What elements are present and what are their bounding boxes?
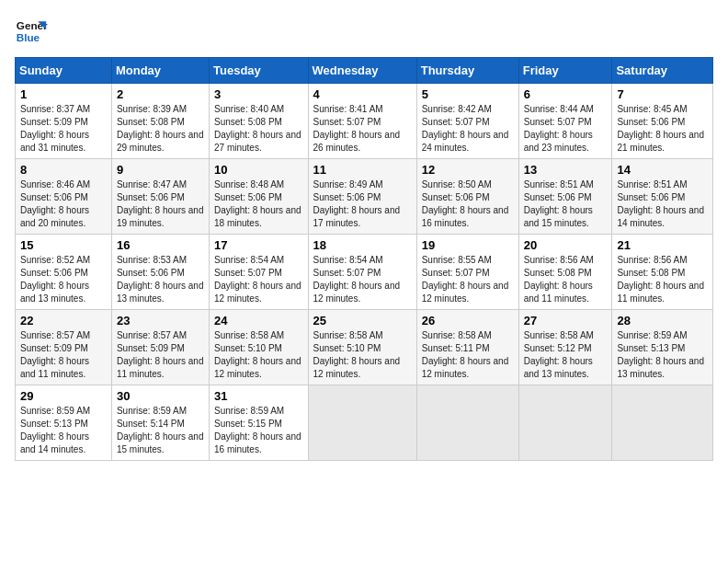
svg-text:Blue: Blue (17, 31, 40, 43)
day-info: Sunrise: 8:44 AMSunset: 5:07 PMDaylight:… (524, 103, 608, 155)
calendar-week-4: 22Sunrise: 8:57 AMSunset: 5:09 PMDayligh… (16, 310, 713, 385)
logo: General Blue (15, 15, 48, 48)
day-number: 20 (524, 238, 608, 252)
page-header: General Blue (15, 15, 713, 48)
day-info: Sunrise: 8:58 AMSunset: 5:10 PMDaylight:… (214, 329, 302, 381)
calendar-cell: 31Sunrise: 8:59 AMSunset: 5:15 PMDayligh… (210, 385, 308, 461)
calendar-cell: 15Sunrise: 8:52 AMSunset: 5:06 PMDayligh… (16, 235, 112, 310)
day-info: Sunrise: 8:40 AMSunset: 5:08 PMDaylight:… (214, 103, 302, 155)
day-number: 1 (20, 87, 107, 101)
calendar-cell: 12Sunrise: 8:50 AMSunset: 5:06 PMDayligh… (416, 159, 518, 235)
calendar-cell (612, 385, 713, 461)
day-info: Sunrise: 8:42 AMSunset: 5:07 PMDaylight:… (422, 103, 514, 155)
day-info: Sunrise: 8:53 AMSunset: 5:06 PMDaylight:… (117, 254, 204, 305)
day-info: Sunrise: 8:47 AMSunset: 5:06 PMDaylight:… (117, 178, 204, 230)
calendar-cell: 2Sunrise: 8:39 AMSunset: 5:08 PMDaylight… (111, 84, 209, 159)
calendar-cell: 10Sunrise: 8:48 AMSunset: 5:06 PMDayligh… (210, 159, 308, 235)
day-number: 29 (20, 389, 107, 403)
day-number: 2 (117, 87, 204, 101)
day-number: 21 (617, 238, 708, 252)
day-info: Sunrise: 8:56 AMSunset: 5:08 PMDaylight:… (524, 254, 608, 305)
day-info: Sunrise: 8:59 AMSunset: 5:14 PMDaylight:… (117, 405, 204, 456)
calendar-cell: 19Sunrise: 8:55 AMSunset: 5:07 PMDayligh… (416, 235, 518, 310)
day-number: 11 (313, 163, 412, 177)
weekday-header-row: SundayMondayTuesdayWednesdayThursdayFrid… (16, 58, 713, 84)
day-info: Sunrise: 8:57 AMSunset: 5:09 PMDaylight:… (117, 329, 204, 381)
day-number: 24 (214, 314, 302, 327)
day-number: 18 (313, 238, 412, 252)
day-number: 8 (20, 163, 107, 177)
day-info: Sunrise: 8:37 AMSunset: 5:09 PMDaylight:… (20, 103, 107, 155)
day-info: Sunrise: 8:51 AMSunset: 5:06 PMDaylight:… (617, 178, 708, 230)
weekday-header-friday: Friday (518, 58, 612, 84)
day-info: Sunrise: 8:58 AMSunset: 5:10 PMDaylight:… (313, 329, 412, 381)
calendar-cell: 20Sunrise: 8:56 AMSunset: 5:08 PMDayligh… (518, 235, 612, 310)
day-info: Sunrise: 8:58 AMSunset: 5:11 PMDaylight:… (422, 329, 514, 381)
calendar-cell: 5Sunrise: 8:42 AMSunset: 5:07 PMDaylight… (416, 84, 518, 159)
weekday-header-saturday: Saturday (612, 58, 713, 84)
weekday-header-thursday: Thursday (416, 58, 518, 84)
day-number: 10 (214, 163, 302, 177)
calendar-cell: 21Sunrise: 8:56 AMSunset: 5:08 PMDayligh… (612, 235, 713, 310)
day-number: 19 (422, 238, 514, 252)
calendar-cell: 22Sunrise: 8:57 AMSunset: 5:09 PMDayligh… (16, 310, 112, 385)
day-number: 3 (214, 87, 302, 101)
day-number: 5 (422, 87, 514, 101)
calendar-week-5: 29Sunrise: 8:59 AMSunset: 5:13 PMDayligh… (16, 385, 713, 461)
day-info: Sunrise: 8:45 AMSunset: 5:06 PMDaylight:… (617, 103, 708, 155)
weekday-header-wednesday: Wednesday (308, 58, 416, 84)
weekday-header-sunday: Sunday (16, 58, 112, 84)
day-info: Sunrise: 8:50 AMSunset: 5:06 PMDaylight:… (422, 178, 514, 230)
day-number: 26 (422, 314, 514, 327)
day-number: 16 (117, 238, 204, 252)
calendar-cell: 23Sunrise: 8:57 AMSunset: 5:09 PMDayligh… (111, 310, 209, 385)
day-number: 25 (313, 314, 412, 327)
calendar-cell: 13Sunrise: 8:51 AMSunset: 5:06 PMDayligh… (518, 159, 612, 235)
calendar-cell: 24Sunrise: 8:58 AMSunset: 5:10 PMDayligh… (210, 310, 308, 385)
day-number: 4 (313, 87, 412, 101)
calendar-table: SundayMondayTuesdayWednesdayThursdayFrid… (15, 57, 713, 461)
calendar-cell: 17Sunrise: 8:54 AMSunset: 5:07 PMDayligh… (210, 235, 308, 310)
weekday-header-tuesday: Tuesday (210, 58, 308, 84)
day-number: 9 (117, 163, 204, 177)
day-info: Sunrise: 8:59 AMSunset: 5:13 PMDaylight:… (20, 405, 107, 456)
day-info: Sunrise: 8:52 AMSunset: 5:06 PMDaylight:… (20, 254, 107, 305)
day-number: 7 (617, 87, 708, 101)
calendar-week-3: 15Sunrise: 8:52 AMSunset: 5:06 PMDayligh… (16, 235, 713, 310)
day-number: 31 (214, 389, 302, 403)
day-info: Sunrise: 8:54 AMSunset: 5:07 PMDaylight:… (214, 254, 302, 305)
calendar-cell: 1Sunrise: 8:37 AMSunset: 5:09 PMDaylight… (16, 84, 112, 159)
day-number: 23 (117, 314, 204, 327)
calendar-cell: 4Sunrise: 8:41 AMSunset: 5:07 PMDaylight… (308, 84, 416, 159)
weekday-header-monday: Monday (111, 58, 209, 84)
day-number: 14 (617, 163, 708, 177)
calendar-cell (518, 385, 612, 461)
day-info: Sunrise: 8:49 AMSunset: 5:06 PMDaylight:… (313, 178, 412, 230)
calendar-cell: 26Sunrise: 8:58 AMSunset: 5:11 PMDayligh… (416, 310, 518, 385)
calendar-week-2: 8Sunrise: 8:46 AMSunset: 5:06 PMDaylight… (16, 159, 713, 235)
day-number: 13 (524, 163, 608, 177)
calendar-cell (308, 385, 416, 461)
calendar-cell: 11Sunrise: 8:49 AMSunset: 5:06 PMDayligh… (308, 159, 416, 235)
calendar-cell: 8Sunrise: 8:46 AMSunset: 5:06 PMDaylight… (16, 159, 112, 235)
calendar-cell: 3Sunrise: 8:40 AMSunset: 5:08 PMDaylight… (210, 84, 308, 159)
calendar-week-1: 1Sunrise: 8:37 AMSunset: 5:09 PMDaylight… (16, 84, 713, 159)
day-number: 17 (214, 238, 302, 252)
day-number: 12 (422, 163, 514, 177)
day-info: Sunrise: 8:59 AMSunset: 5:15 PMDaylight:… (214, 405, 302, 456)
logo-icon: General Blue (15, 15, 48, 48)
day-info: Sunrise: 8:57 AMSunset: 5:09 PMDaylight:… (20, 329, 107, 381)
calendar-cell: 28Sunrise: 8:59 AMSunset: 5:13 PMDayligh… (612, 310, 713, 385)
day-info: Sunrise: 8:46 AMSunset: 5:06 PMDaylight:… (20, 178, 107, 230)
calendar-cell: 25Sunrise: 8:58 AMSunset: 5:10 PMDayligh… (308, 310, 416, 385)
day-info: Sunrise: 8:55 AMSunset: 5:07 PMDaylight:… (422, 254, 514, 305)
calendar-cell: 7Sunrise: 8:45 AMSunset: 5:06 PMDaylight… (612, 84, 713, 159)
day-info: Sunrise: 8:39 AMSunset: 5:08 PMDaylight:… (117, 103, 204, 155)
calendar-cell: 18Sunrise: 8:54 AMSunset: 5:07 PMDayligh… (308, 235, 416, 310)
calendar-cell: 16Sunrise: 8:53 AMSunset: 5:06 PMDayligh… (111, 235, 209, 310)
calendar-cell: 29Sunrise: 8:59 AMSunset: 5:13 PMDayligh… (16, 385, 112, 461)
calendar-cell: 27Sunrise: 8:58 AMSunset: 5:12 PMDayligh… (518, 310, 612, 385)
calendar-cell: 9Sunrise: 8:47 AMSunset: 5:06 PMDaylight… (111, 159, 209, 235)
day-number: 28 (617, 314, 708, 327)
day-number: 6 (524, 87, 608, 101)
